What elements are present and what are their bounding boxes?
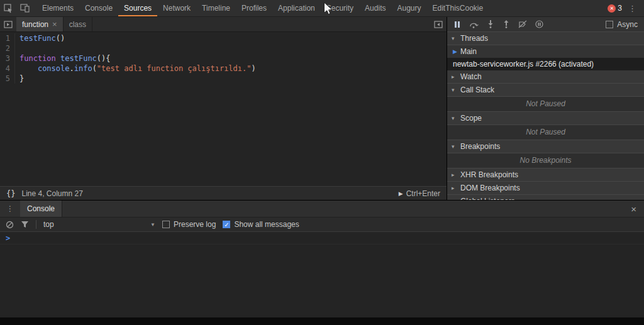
- preserve-log-checkbox[interactable]: [162, 221, 170, 228]
- section-scope[interactable]: ▾ Scope: [447, 112, 644, 125]
- tab-audits[interactable]: Audits: [359, 0, 391, 16]
- chevron-right-icon: ▸: [452, 195, 457, 200]
- thread-name: Main: [460, 45, 477, 58]
- section-dom-breakpoints[interactable]: ▸ DOM Breakpoints: [447, 182, 644, 195]
- section-label: Watch: [460, 70, 482, 83]
- section-breakpoints[interactable]: ▾ Breakpoints: [447, 140, 644, 153]
- editor-statusbar: {} Line 4, Column 27 ▶ Ctrl+Enter: [0, 186, 447, 200]
- chevron-right-icon: ▸: [452, 182, 457, 194]
- tab-security[interactable]: Security: [321, 0, 359, 16]
- editor-tab-function[interactable]: function ×: [16, 17, 64, 31]
- code-text: }: [15, 74, 24, 84]
- editor-tabbar: function × class: [0, 17, 447, 32]
- execution-pointer-icon: ▶: [453, 45, 457, 58]
- show-all-messages-toggle[interactable]: ✓ Show all messages: [223, 220, 299, 229]
- pause-script-icon[interactable]: [453, 21, 461, 28]
- chevron-down-icon: ▾: [452, 84, 457, 96]
- filter-icon[interactable]: [21, 221, 29, 228]
- debugger-sidebar: Async ▾ Threads ▶ Main newtab-servicewor…: [447, 17, 644, 200]
- console-toolbar: top ▼ Preserve log ✓ Show all messages: [0, 218, 644, 232]
- step-out-icon[interactable]: [502, 20, 510, 28]
- code-text: testFunc(): [15, 33, 65, 43]
- console-output[interactable]: >: [0, 232, 644, 317]
- device-toolbar-icon[interactable]: [16, 0, 33, 16]
- code-editor[interactable]: 1 testFunc() 2 3 function testFunc(){ 4 …: [0, 32, 447, 186]
- thread-name: newtab-serviceworker.js #2266 (activated…: [453, 58, 594, 70]
- tab-augury[interactable]: Augury: [391, 0, 426, 16]
- tab-application[interactable]: Application: [272, 0, 321, 16]
- async-checkbox[interactable]: [606, 21, 613, 28]
- preserve-log-toggle[interactable]: Preserve log: [162, 220, 216, 229]
- debugger-panel-toggle-icon[interactable]: [430, 17, 447, 31]
- tab-console[interactable]: Console: [79, 0, 118, 16]
- line-number[interactable]: 3: [0, 53, 15, 63]
- pause-on-exceptions-icon[interactable]: [535, 20, 543, 28]
- section-global-listeners[interactable]: ▸ Global Listeners: [447, 195, 644, 200]
- console-prompt-row[interactable]: >: [0, 232, 644, 245]
- step-into-icon[interactable]: [487, 20, 494, 28]
- debugger-toolbar: Async: [447, 17, 644, 32]
- console-prompt-icon: >: [6, 234, 10, 243]
- tab-editthiscookie[interactable]: EditThisCookie: [427, 0, 489, 16]
- thread-main[interactable]: ▶ Main: [447, 45, 644, 58]
- error-icon: ✕: [608, 4, 616, 13]
- clear-console-icon[interactable]: [6, 221, 14, 229]
- devtools-window: Elements Console Sources Network Timelin…: [0, 0, 644, 325]
- error-count: 3: [618, 4, 622, 13]
- panel-tabs: Elements Console Sources Network Timelin…: [36, 0, 489, 16]
- execution-context-value: top: [43, 220, 54, 229]
- sources-panel: function × class 1 testFunc(): [0, 17, 644, 200]
- show-all-messages-label: Show all messages: [234, 220, 299, 229]
- show-all-messages-checkbox[interactable]: ✓: [223, 221, 230, 228]
- section-threads[interactable]: ▾ Threads: [447, 32, 644, 45]
- error-count-badge[interactable]: ✕ 3: [608, 4, 622, 13]
- code-line: 3 function testFunc(){: [0, 53, 447, 63]
- tab-elements[interactable]: Elements: [36, 0, 79, 16]
- call-stack-placeholder: Not Paused: [447, 97, 644, 112]
- console-tab[interactable]: Console: [20, 201, 62, 217]
- section-watch[interactable]: ▸ Watch: [447, 70, 644, 84]
- code-text: console.info("test adlı function çalıştı…: [15, 63, 256, 74]
- overflow-menu-icon[interactable]: ⋮: [626, 4, 639, 13]
- chevron-down-icon: ▾: [452, 112, 457, 124]
- section-label: Breakpoints: [460, 140, 500, 153]
- async-toggle[interactable]: Async: [606, 20, 638, 29]
- execution-context-select[interactable]: top ▼: [43, 220, 155, 229]
- thread-serviceworker[interactable]: newtab-serviceworker.js #2266 (activated…: [447, 58, 644, 70]
- line-number[interactable]: 5: [0, 74, 15, 84]
- navigator-toggle-icon[interactable]: [0, 17, 16, 31]
- line-number[interactable]: 1: [0, 33, 15, 43]
- section-label: XHR Breakpoints: [460, 168, 518, 181]
- code-line: 1 testFunc(): [0, 33, 447, 43]
- inspect-element-icon[interactable]: [0, 0, 16, 16]
- async-label: Async: [617, 20, 638, 29]
- close-drawer-icon[interactable]: ×: [623, 201, 644, 217]
- section-label: Scope: [460, 112, 482, 124]
- section-label: Call Stack: [460, 84, 494, 96]
- editor-column: function × class 1 testFunc(): [0, 17, 447, 200]
- dropdown-arrow-icon: ▼: [150, 222, 155, 228]
- editor-tab-class[interactable]: class: [64, 17, 92, 31]
- code-text: function testFunc(){: [15, 53, 111, 63]
- tab-sources[interactable]: Sources: [118, 0, 157, 16]
- line-number[interactable]: 4: [0, 63, 15, 74]
- code-line: 2: [0, 43, 447, 53]
- tabbar-spacer: [92, 17, 430, 31]
- code-line: 4 console.info("test adlı function çalış…: [0, 63, 447, 74]
- step-over-icon[interactable]: [469, 21, 479, 28]
- line-number[interactable]: 2: [0, 43, 15, 53]
- close-tab-icon[interactable]: ×: [52, 19, 57, 29]
- drawer-menu-icon[interactable]: ⋮: [0, 201, 20, 217]
- scope-placeholder: Not Paused: [447, 125, 644, 140]
- section-xhr-breakpoints[interactable]: ▸ XHR Breakpoints: [447, 168, 644, 182]
- tab-profiles[interactable]: Profiles: [236, 0, 272, 16]
- tab-network[interactable]: Network: [157, 0, 196, 16]
- tab-timeline[interactable]: Timeline: [196, 0, 236, 16]
- section-call-stack[interactable]: ▾ Call Stack: [447, 84, 644, 97]
- chevron-down-icon: ▾: [452, 32, 457, 45]
- code-text: [15, 43, 19, 53]
- editor-tab-label: class: [69, 20, 86, 29]
- console-tabbar: ⋮ Console ×: [0, 201, 644, 218]
- pretty-print-icon[interactable]: {}: [6, 189, 15, 198]
- deactivate-breakpoints-icon[interactable]: [518, 20, 527, 28]
